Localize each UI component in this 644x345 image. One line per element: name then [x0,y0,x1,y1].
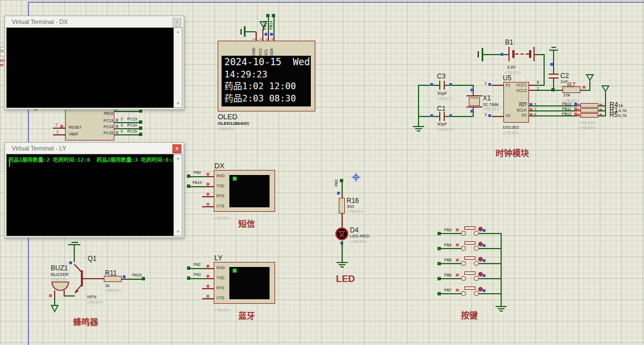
c1-placeholder: <TEXT> [437,127,454,132]
node [577,114,580,116]
node [206,183,209,186]
scrollbar[interactable]: ▲ ▼ [174,28,182,108]
keys-title: 按键 [461,309,478,320]
scroll-up-icon[interactable]: ▲ [174,154,182,162]
push-button[interactable] [474,231,479,236]
u5-pin-rst: RST [510,103,527,107]
pin-stub [256,32,257,41]
push-button[interactable] [461,261,466,266]
led-diode-symbol[interactable] [335,227,349,241]
push-button[interactable] [464,241,475,245]
pin-stub [342,213,343,227]
net-label: PB14 [269,16,273,30]
u5-pin-sclk: SCLK [510,108,527,112]
push-button-actuator[interactable] [478,272,483,276]
scroll-down-icon[interactable]: ▼ [174,228,182,236]
push-button-actuator[interactable] [478,242,483,246]
r5-ref: R5 [609,111,618,119]
ly-pin-rxd: RXD [217,266,225,270]
node [123,275,126,278]
dx-placeholder: <TEXT> [214,216,230,221]
node [206,193,209,196]
push-button[interactable] [461,276,466,281]
net-label: PB13 [562,102,571,106]
wire [441,248,463,249]
node [206,265,209,268]
node [116,131,118,134]
ground-bar [417,130,420,132]
wire [553,51,554,74]
pin-stub [202,196,214,197]
oled-part: OLED12864I2C [218,121,249,126]
close-icon[interactable]: x [172,18,181,27]
terminal-screen[interactable]: ▲ ▼ [6,27,182,108]
node [430,83,433,86]
node [456,274,459,276]
wire [190,268,206,269]
push-button[interactable] [461,246,466,251]
push-button-actuator[interactable] [478,257,483,261]
close-icon[interactable]: x [172,144,181,153]
x1-crystal[interactable] [469,98,480,106]
r7-value: 10k [563,93,570,98]
pin-stub [202,206,214,207]
crystal-plate [467,106,482,108]
r4-resistor[interactable] [580,103,598,108]
virtual-terminal-dx-window[interactable]: Virtual Terminal - DX x ▲ ▼ [4,16,184,110]
pin-number: 1 [537,86,539,90]
x1-placeholder: <TEXT> [483,107,499,112]
node [449,83,452,86]
r5-resistor[interactable] [580,113,598,118]
pin-number: 2 [121,117,123,121]
wire [479,293,502,294]
battery-plate [529,50,531,58]
virtual-terminal-ly-window[interactable]: Virtual Terminal - LY x 药品1服用数量:2 吃药时间:1… [4,142,184,238]
wire [114,111,141,112]
terminal-screen[interactable]: 药品1服用数量:2 吃药时间:12:0 药品2服用数量:3 吃药时间:8:30 … [6,154,182,236]
push-button[interactable] [474,291,479,296]
node [583,86,585,89]
wire [589,82,590,91]
push-button[interactable] [464,226,475,230]
ground-bar [71,242,78,243]
push-button[interactable] [461,291,466,296]
push-button[interactable] [474,246,479,251]
push-button[interactable] [474,276,479,281]
junction [551,88,555,91]
wire-terminal [139,120,142,124]
power-arrow-icon [600,84,611,94]
wire [114,134,141,135]
wire [418,85,419,126]
pin-stub [202,298,214,299]
wire [418,116,440,117]
oled-pin-vcc: VCC [258,42,262,56]
pin-number: 2 [259,35,262,40]
push-button[interactable] [464,271,475,275]
push-button-actuator[interactable] [478,227,483,231]
net-label: PB3 [444,228,451,232]
r1-resistor[interactable] [580,108,598,113]
wire [479,278,502,279]
push-button[interactable] [464,256,475,260]
wire [342,241,343,262]
scrollbar[interactable]: ▲ ▼ [174,154,182,236]
dx-pin-cts: CTS [217,204,224,208]
push-button[interactable] [464,286,475,290]
scroll-up-icon[interactable]: ▲ [174,28,182,36]
ly-pin-rts: RTS [217,286,224,290]
node [488,83,491,86]
c1-value: 30pF [437,122,447,127]
node [488,114,491,117]
r16-resistor[interactable] [339,198,345,213]
ground-bar [499,310,503,312]
placeholder: <TEXT> [579,120,596,125]
pin-number: 1 [252,35,256,40]
wire [64,295,75,297]
push-button[interactable] [461,231,466,236]
node [206,203,209,206]
node [456,259,459,261]
battery-dashed-link [515,54,529,55]
scroll-down-icon[interactable]: ▼ [174,100,182,108]
push-button[interactable] [474,261,479,266]
push-button-actuator[interactable] [478,287,483,291]
